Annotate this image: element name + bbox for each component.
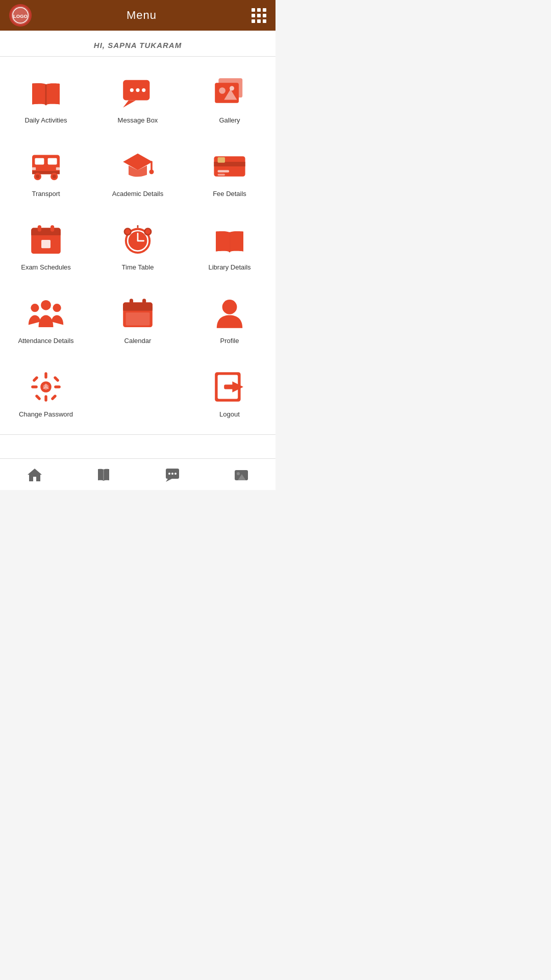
logo-icon: LOGO bbox=[11, 6, 30, 25]
bottom-nav bbox=[0, 458, 276, 490]
svg-rect-58 bbox=[44, 372, 47, 379]
svg-rect-51 bbox=[123, 307, 153, 310]
svg-rect-16 bbox=[48, 158, 57, 164]
svg-rect-37 bbox=[41, 240, 51, 248]
daily-activities-label: Daily Activities bbox=[24, 116, 67, 125]
svg-rect-65 bbox=[51, 394, 57, 401]
gallery-nav-icon bbox=[234, 467, 249, 482]
svg-point-13 bbox=[230, 86, 234, 90]
svg-rect-59 bbox=[44, 395, 47, 402]
menu-item-transport[interactable]: Transport bbox=[0, 135, 92, 209]
svg-rect-34 bbox=[31, 231, 61, 235]
svg-rect-30 bbox=[218, 174, 225, 176]
svg-rect-61 bbox=[54, 385, 61, 388]
menu-item-exam-schedules[interactable]: Exam Schedules bbox=[0, 209, 92, 282]
svg-rect-53 bbox=[142, 299, 146, 306]
menu-item-message-box[interactable]: Message Box bbox=[92, 62, 184, 135]
svg-rect-10 bbox=[215, 83, 239, 103]
logout-icon bbox=[211, 369, 248, 405]
svg-rect-63 bbox=[53, 376, 60, 382]
time-table-label: Time Table bbox=[122, 263, 154, 272]
header: LOGO Menu bbox=[0, 0, 276, 31]
svg-marker-5 bbox=[123, 100, 136, 107]
svg-point-19 bbox=[36, 175, 39, 178]
library-details-icon bbox=[211, 222, 248, 258]
spacer bbox=[0, 435, 276, 458]
svg-rect-36 bbox=[51, 225, 54, 232]
svg-point-46 bbox=[31, 304, 39, 312]
svg-rect-3 bbox=[45, 84, 47, 105]
svg-rect-23 bbox=[56, 167, 60, 169]
bottom-nav-home[interactable] bbox=[19, 462, 50, 487]
svg-rect-25 bbox=[151, 161, 153, 171]
svg-point-81 bbox=[237, 472, 240, 475]
svg-rect-29 bbox=[218, 170, 230, 173]
message-box-label: Message Box bbox=[118, 116, 158, 125]
daily-activities-icon bbox=[28, 75, 64, 111]
svg-marker-24 bbox=[123, 153, 153, 169]
menu-item-time-table[interactable]: Time Table bbox=[92, 209, 184, 282]
menu-item-library-details[interactable]: Library Details bbox=[184, 209, 276, 282]
exam-schedules-label: Exam Schedules bbox=[21, 263, 71, 272]
menu-item-fee-details[interactable]: Fee Details bbox=[184, 135, 276, 209]
transport-icon bbox=[28, 148, 64, 185]
empty-cell bbox=[92, 356, 184, 429]
menu-item-calendar[interactable]: Calendar bbox=[92, 282, 184, 356]
chat-nav-icon bbox=[165, 467, 180, 482]
svg-point-47 bbox=[53, 304, 61, 312]
library-details-label: Library Details bbox=[208, 263, 251, 272]
svg-rect-22 bbox=[32, 167, 36, 169]
svg-point-11 bbox=[219, 87, 226, 94]
svg-rect-72 bbox=[224, 384, 238, 389]
menu-item-profile[interactable]: Profile bbox=[184, 282, 276, 356]
bottom-nav-library[interactable] bbox=[88, 462, 119, 487]
menu-item-logout[interactable]: Logout bbox=[184, 356, 276, 429]
svg-rect-52 bbox=[130, 299, 133, 306]
gallery-icon bbox=[211, 75, 248, 111]
grid-menu-icon[interactable] bbox=[252, 8, 266, 23]
change-password-icon bbox=[28, 369, 64, 405]
svg-point-78 bbox=[171, 473, 173, 475]
svg-marker-73 bbox=[28, 469, 42, 481]
academic-details-icon bbox=[119, 148, 156, 185]
menu-item-academic-details[interactable]: Academic Details bbox=[92, 135, 184, 209]
menu-item-daily-activities[interactable]: Daily Activities bbox=[0, 62, 92, 135]
attendance-details-icon bbox=[28, 295, 64, 332]
fee-details-icon bbox=[211, 148, 248, 185]
menu-grid: Daily Activities Message Box bbox=[0, 57, 276, 434]
svg-rect-60 bbox=[31, 385, 38, 388]
svg-point-43 bbox=[145, 228, 152, 235]
svg-rect-74 bbox=[103, 469, 104, 481]
greeting-text: HI, SAPNA TUKARAM bbox=[94, 41, 182, 50]
attendance-details-label: Attendance Details bbox=[18, 337, 73, 346]
svg-rect-31 bbox=[218, 157, 225, 163]
svg-point-77 bbox=[168, 473, 170, 475]
bottom-nav-gallery[interactable] bbox=[226, 462, 257, 487]
svg-point-55 bbox=[222, 300, 237, 314]
svg-text:LOGO: LOGO bbox=[13, 13, 28, 19]
gallery-label: Gallery bbox=[219, 116, 240, 125]
profile-label: Profile bbox=[220, 337, 239, 346]
greeting-section: HI, SAPNA TUKARAM bbox=[0, 31, 276, 57]
svg-point-21 bbox=[53, 175, 56, 178]
svg-point-48 bbox=[41, 300, 51, 310]
menu-item-attendance-details[interactable]: Attendance Details bbox=[0, 282, 92, 356]
svg-point-26 bbox=[149, 169, 154, 174]
profile-icon bbox=[211, 295, 248, 332]
svg-rect-62 bbox=[32, 376, 39, 382]
svg-point-8 bbox=[142, 88, 145, 92]
academic-details-label: Academic Details bbox=[112, 190, 163, 199]
svg-rect-54 bbox=[126, 312, 150, 325]
svg-point-7 bbox=[136, 88, 139, 92]
svg-rect-15 bbox=[35, 158, 44, 164]
svg-point-42 bbox=[124, 228, 131, 235]
fee-details-label: Fee Details bbox=[213, 190, 246, 199]
bottom-nav-messages[interactable] bbox=[157, 462, 188, 487]
book-nav-icon bbox=[96, 467, 111, 482]
svg-rect-64 bbox=[35, 394, 41, 401]
menu-item-gallery[interactable]: Gallery bbox=[184, 62, 276, 135]
svg-point-79 bbox=[174, 473, 177, 475]
exam-schedules-icon bbox=[28, 222, 64, 258]
menu-item-change-password[interactable]: Change Password bbox=[0, 356, 92, 429]
logo: LOGO bbox=[9, 4, 32, 27]
